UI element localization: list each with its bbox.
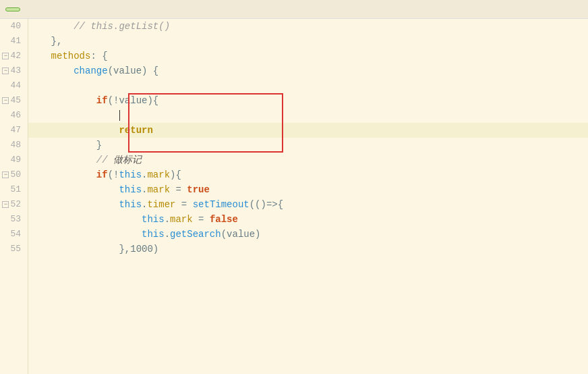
code-token — [28, 110, 119, 121]
code-row — [28, 78, 588, 93]
code-token — [28, 169, 96, 180]
code-token: this — [119, 184, 142, 195]
code-token — [28, 184, 119, 195]
code-token — [28, 244, 119, 255]
code-token: mark — [170, 214, 193, 225]
code-token — [28, 199, 119, 210]
code-token: (value) { — [108, 65, 159, 76]
code-token: mark — [147, 184, 170, 195]
code-token — [28, 51, 51, 61]
fold-button[interactable]: − — [2, 68, 9, 74]
code-token — [28, 214, 142, 225]
code-token: } — [28, 140, 102, 151]
line-num-text: 47 — [10, 123, 21, 138]
code-token: methods — [51, 51, 91, 61]
code-row: change(value) { — [28, 63, 588, 78]
line-number: −42 — [0, 49, 25, 63]
code-token: setTimeout — [193, 199, 249, 210]
code-token: = — [193, 214, 210, 225]
code-token: 做标记 — [113, 154, 142, 166]
fold-button[interactable]: − — [2, 53, 9, 59]
code-row: this.timer = setTimeout(()=>{ — [28, 197, 588, 212]
line-number: 47 — [0, 123, 25, 138]
code-token: . — [142, 199, 147, 210]
line-num-text: 50 — [10, 167, 21, 182]
line-number: −45 — [0, 93, 25, 108]
code-token: mark — [147, 169, 170, 180]
code-row: if(!value){ — [28, 93, 588, 108]
code-content[interactable]: // this.getList() }, methods: { change(v… — [28, 19, 588, 374]
line-number: 51 — [0, 182, 25, 197]
code-token: return — [119, 125, 152, 136]
code-token: . — [165, 214, 170, 225]
code-token: }, — [28, 36, 62, 47]
code-row: methods: { — [28, 49, 588, 63]
code-token: => — [266, 199, 278, 210]
code-token — [28, 125, 119, 136]
code-area: 4041−42−4344−4546474849−5051−52535455 //… — [0, 19, 588, 374]
code-token: (! — [108, 169, 119, 180]
code-token: = — [175, 199, 192, 210]
code-token: this — [142, 214, 165, 225]
line-num-text: 52 — [10, 197, 21, 212]
code-token — [28, 229, 142, 240]
code-token: . — [142, 184, 147, 195]
line-num-text: 40 — [10, 19, 21, 34]
code-row: this.getSearch(value) — [28, 227, 588, 242]
code-row: // this.getList() — [28, 19, 588, 34]
line-number: −43 — [0, 63, 25, 78]
code-token: . — [165, 229, 170, 240]
code-token: getSearch — [170, 229, 221, 240]
code-token: (() — [249, 199, 266, 210]
line-number: −50 — [0, 167, 25, 182]
line-num-text: 48 — [10, 138, 21, 153]
code-token: = — [170, 184, 187, 195]
line-num-text: 45 — [10, 93, 21, 108]
line-num-text: 46 — [10, 108, 21, 123]
code-token: },1000) — [119, 244, 158, 255]
code-token: (!value){ — [108, 95, 159, 106]
text-cursor — [119, 110, 120, 121]
line-number: 40 — [0, 19, 25, 34]
line-num-text: 42 — [10, 49, 21, 63]
code-row: // 做标记 — [28, 153, 588, 167]
code-token: true — [187, 184, 210, 195]
fold-button[interactable]: − — [2, 201, 9, 208]
code-token: this — [119, 169, 142, 180]
line-num-text: 41 — [10, 34, 21, 49]
code-token — [28, 95, 96, 106]
code-row: } — [28, 138, 588, 153]
line-num-text: 51 — [10, 182, 21, 197]
line-number: 46 — [0, 108, 25, 123]
line-num-text: 53 — [10, 212, 21, 227]
code-row: }, — [28, 34, 588, 49]
line-num-text: 44 — [10, 78, 21, 93]
line-number: 53 — [0, 212, 25, 227]
code-row: this.mark = true — [28, 182, 588, 197]
code-token: this — [142, 229, 165, 240]
code-token: (value) — [221, 229, 261, 240]
fold-button[interactable]: − — [2, 97, 9, 104]
line-num-text: 55 — [10, 242, 21, 257]
code-row — [28, 108, 588, 123]
code-token: { — [278, 199, 283, 210]
line-num-text: 49 — [10, 153, 21, 167]
code-token — [28, 65, 74, 76]
code-token: this — [119, 199, 142, 210]
code-token: false — [210, 214, 238, 225]
line-number: −52 — [0, 197, 25, 212]
code-token: if — [96, 95, 108, 106]
line-number: 41 — [0, 34, 25, 49]
tab-bar — [0, 0, 588, 19]
code-row: },1000) — [28, 242, 588, 257]
code-token: if — [96, 169, 108, 180]
line-number: 48 — [0, 138, 25, 153]
code-row: this.mark = false — [28, 212, 588, 227]
fold-button[interactable]: − — [2, 171, 9, 178]
line-num-text: 43 — [10, 63, 21, 78]
line-num-text: 54 — [10, 227, 21, 242]
file-tab[interactable] — [5, 7, 20, 11]
line-number: 49 — [0, 153, 25, 167]
code-row: if(!this.mark){ — [28, 167, 588, 182]
code-token: // — [28, 155, 113, 165]
